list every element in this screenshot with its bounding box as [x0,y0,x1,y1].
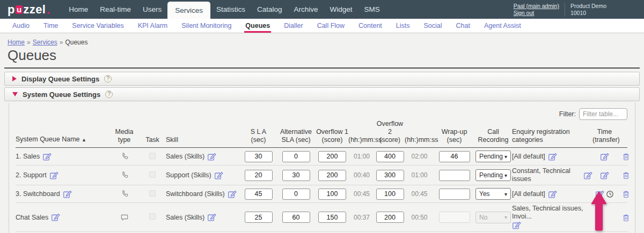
sla-input[interactable] [245,151,273,162]
queue-table-header: System Queue Name ▲ Media type Task Skil… [16,120,627,148]
topnav-item-statistics[interactable]: Statistics [210,0,251,19]
subnav-item-content[interactable]: Content [352,19,389,33]
column-header-overflow2[interactable]: Overflow 2(score) [375,120,405,144]
subnav-item-kpi-alarm[interactable]: KPI Alarm [131,19,175,33]
edit-queue-icon[interactable] [63,190,72,199]
overflow1-input[interactable] [318,212,346,223]
puzzel-logo[interactable]: puzzel. [8,0,50,19]
accordion-group: Display Queue Settings ? System Queue Se… [4,72,640,233]
topnav-item-realtime[interactable]: Real-time [94,0,137,19]
delete-queue-icon[interactable] [622,213,630,222]
breadcrumb-separator: » [60,39,63,46]
wrap-up-input[interactable] [439,151,470,162]
subnav-item-chat[interactable]: Chat [449,19,477,33]
topnav-item-sms[interactable]: SMS [358,0,386,19]
subnav-item-lists[interactable]: Lists [389,19,417,33]
topnav-item-archive[interactable]: Archive [288,0,324,19]
column-header-system-queue-name[interactable]: System Queue Name ▲ [16,136,109,144]
edit-skill-icon[interactable] [228,190,237,199]
help-icon[interactable]: ? [104,75,112,82]
top-navbar: puzzel. Home Real-time Users Services St… [0,0,644,19]
subnav-item-social[interactable]: Social [417,19,449,33]
system-queue-settings-accordion[interactable]: System Queue Settings ? [4,87,640,101]
sign-out-link[interactable]: Sign out [514,10,559,17]
topnav-item-home[interactable]: Home [63,0,94,19]
queue-name: 1. Sales [16,153,40,160]
subnav-item-audio[interactable]: Audio [5,19,36,33]
column-header-call-recording[interactable]: CallRecording [474,128,512,144]
enquiry-categories: [All default] [512,190,545,198]
delete-queue-icon[interactable] [622,171,630,180]
chevron-down-icon: ▾ [504,172,507,178]
column-header-wrap-up[interactable]: Wrap-up(sec) [434,128,474,144]
edit-enquiry-icon[interactable] [548,190,557,199]
sla-input[interactable] [245,212,273,223]
skill-name: Switchboard (Skills) [166,190,225,198]
alternative-sla-input[interactable] [282,189,310,200]
column-header-task[interactable]: Task [139,136,166,144]
accordion-label: Display Queue Settings [21,75,99,83]
breadcrumb-services-link[interactable]: Services [33,39,57,46]
subnav-item-service-variables[interactable]: Service Variables [65,19,130,33]
collapsed-triangle-icon [12,76,17,81]
delete-queue-icon[interactable] [622,152,630,161]
column-header-enquiry-registration[interactable]: Enquiry registrationcategories [512,128,592,144]
overflow1-input[interactable] [318,151,346,162]
sla-input[interactable] [245,189,273,200]
subnav-item-agent-assist[interactable]: Agent Assist [477,19,528,33]
subnav-item-queues[interactable]: Queues [238,19,277,33]
overflow2-input[interactable] [376,170,404,181]
navbar-divider [565,3,565,17]
edit-skill-icon[interactable] [207,152,216,161]
edit-enquiry-icon[interactable] [548,152,557,161]
task-checkbox [149,171,156,178]
topnav-item-catalog[interactable]: Catalog [251,0,288,19]
overflow1-input[interactable] [318,189,346,200]
subnav-item-call-flow[interactable]: Call Flow [310,19,352,33]
edit-enquiry-icon[interactable] [512,221,521,230]
column-header-skill[interactable]: Skill [166,136,241,144]
overflow1-input[interactable] [318,170,346,181]
alternative-sla-input[interactable] [282,212,310,223]
column-header-time-transfer[interactable]: Time(transfer) [592,128,617,144]
subnav-item-time[interactable]: Time [36,19,65,33]
breadcrumb-home-link[interactable]: Home [8,39,25,46]
edit-time-transfer-icon[interactable] [600,171,609,180]
topnav-item-services[interactable]: Services [167,2,210,19]
enquiry-categories: [All default] [512,153,545,161]
edit-queue-icon[interactable] [49,171,58,180]
delete-queue-icon[interactable] [622,190,630,199]
clock-icon[interactable] [606,190,614,198]
subnav-item-dialler[interactable]: Dialler [277,19,310,33]
overflow2-input[interactable] [376,151,404,162]
edit-skill-icon[interactable] [214,171,223,180]
wrap-up-input[interactable] [439,170,470,181]
sla-input[interactable] [245,170,273,181]
call-recording-select[interactable]: Yes▾ [475,188,511,200]
topnav-item-widget[interactable]: Widget [324,0,358,19]
alternative-sla-input[interactable] [282,151,310,162]
alternative-sla-input[interactable] [282,170,310,181]
display-queue-settings-accordion[interactable]: Display Queue Settings ? [4,72,640,86]
topnav-item-users[interactable]: Users [137,0,167,19]
overflow2-input[interactable] [376,189,404,200]
subnav-item-silent-monitoring[interactable]: Silent Monitoring [174,19,238,33]
breadcrumb: Home»Services»Queues [8,39,644,46]
column-header-sla[interactable]: S L A(sec) [241,128,276,144]
edit-skill-icon[interactable] [207,213,216,222]
overflow2-input[interactable] [376,212,404,223]
filter-table-input[interactable] [579,108,627,120]
help-icon[interactable]: ? [105,91,113,98]
edit-enquiry-icon[interactable] [583,171,592,180]
column-header-alternative-sla[interactable]: AlternativeSLA (sec) [276,128,316,144]
wrap-up-input[interactable] [439,189,470,200]
call-recording-select[interactable]: Pending▾ [475,169,511,181]
edit-time-transfer-icon[interactable] [600,152,609,161]
column-header-media-type[interactable]: Media type [109,128,139,144]
column-header-overflow1[interactable]: Overflow 1(score) [316,128,348,144]
sort-ascending-icon: ▲ [82,137,86,142]
call-recording-select[interactable]: Pending▾ [475,151,511,162]
edit-queue-icon[interactable] [42,152,52,161]
user-profile-link[interactable]: Paal (main admin) [514,3,559,10]
edit-queue-icon[interactable] [51,213,60,222]
